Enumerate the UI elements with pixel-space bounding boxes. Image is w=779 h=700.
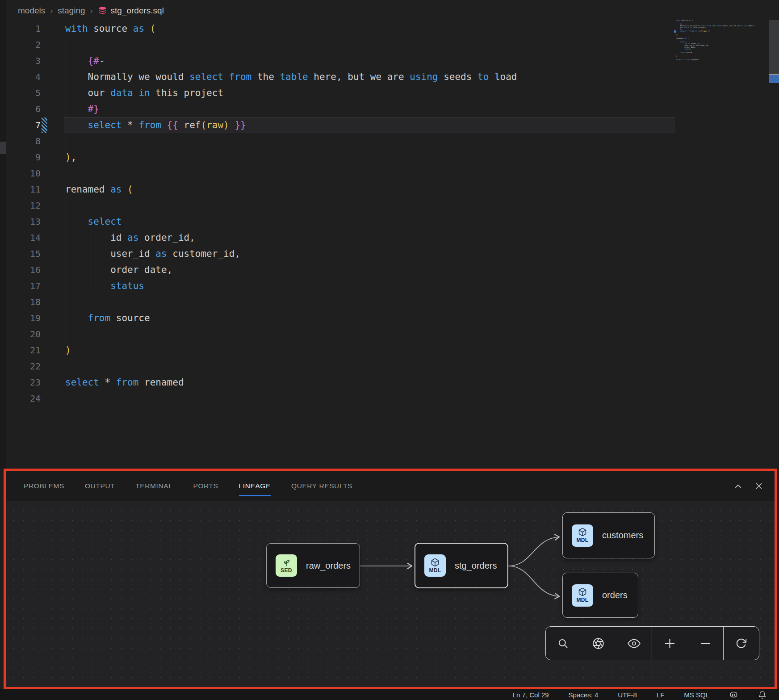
node-label: orders xyxy=(602,590,628,600)
code-line[interactable]: 15 user_id as customer_id, xyxy=(0,246,779,262)
tab-output[interactable]: OUTPUT xyxy=(85,471,115,501)
zoom-out-icon[interactable] xyxy=(695,627,715,660)
cube-icon xyxy=(578,587,587,596)
code-line[interactable]: 4 Normally we would select from the tabl… xyxy=(0,69,779,85)
zoom-in-icon[interactable] xyxy=(660,627,680,660)
panel-close-icon[interactable] xyxy=(755,482,763,490)
breadcrumb-file[interactable]: stg_orders.sql xyxy=(98,6,164,16)
code-text: ), xyxy=(65,149,76,165)
code-text: select * from renamed xyxy=(65,374,184,390)
code-text: status xyxy=(65,278,144,294)
code-text: #} xyxy=(65,101,99,117)
code-text: select xyxy=(65,214,121,230)
line-number: 13 xyxy=(18,214,41,230)
code-line[interactable]: 22 xyxy=(0,358,779,374)
database-file-icon xyxy=(98,6,107,16)
code-line[interactable]: 1with source as ( xyxy=(0,21,779,37)
code-line[interactable]: 16 order_date, xyxy=(0,262,779,278)
code-line[interactable]: 20 xyxy=(0,326,779,342)
code-line[interactable]: 14 id as order_id, xyxy=(0,230,779,246)
node-label: raw_orders xyxy=(306,561,351,571)
line-number: 9 xyxy=(18,149,41,165)
cube-icon xyxy=(431,558,440,567)
status-item[interactable]: UTF-8 xyxy=(618,691,637,699)
code-line[interactable]: 2 xyxy=(0,37,779,53)
minimap[interactable]: with source as ( {#- Normally we would s… xyxy=(676,20,755,63)
search-icon[interactable] xyxy=(553,627,573,660)
code-line[interactable]: 7 select * from {{ ref(raw) }} xyxy=(0,117,779,133)
tab-query-results[interactable]: QUERY RESULTS xyxy=(291,471,352,501)
vscode-window: models › staging › stg_orders.sql 1with … xyxy=(0,0,779,700)
lineage-node-raw-orders[interactable]: SED raw_orders xyxy=(266,543,360,588)
code-line[interactable]: 3 {#- xyxy=(0,53,779,69)
code-line[interactable]: 17 status xyxy=(0,278,779,294)
tab-problems[interactable]: PROBLEMS xyxy=(24,471,64,501)
lineage-canvas[interactable]: SED raw_orders MDL stg_orders xyxy=(6,501,775,687)
status-item[interactable]: LF xyxy=(657,691,665,699)
code-line[interactable]: 10 xyxy=(0,165,779,181)
status-item[interactable]: Spaces: 4 xyxy=(569,691,599,699)
code-text: our data in this project xyxy=(65,85,223,101)
copilot-icon[interactable] xyxy=(729,690,738,700)
minimap-line xyxy=(676,61,755,63)
line-number: 17 xyxy=(18,278,41,294)
line-number: 11 xyxy=(18,181,41,197)
lineage-node-customers[interactable]: MDL customers xyxy=(562,512,655,558)
code-line[interactable]: 11renamed as ( xyxy=(0,181,779,197)
line-number: 6 xyxy=(18,101,41,117)
code-text: renamed as ( xyxy=(65,181,133,197)
edge-stg-to-customers xyxy=(508,537,559,566)
node-label: customers xyxy=(602,530,643,541)
line-number: 4 xyxy=(18,69,41,85)
seed-badge: SED xyxy=(276,554,297,577)
model-badge: MDL xyxy=(572,584,593,607)
status-item[interactable]: Ln 7, Col 29 xyxy=(513,691,549,699)
code-text: {#- xyxy=(65,53,105,69)
seedling-icon xyxy=(282,558,291,567)
line-number: 21 xyxy=(18,342,41,358)
refresh-icon[interactable] xyxy=(732,627,751,660)
tab-ports[interactable]: PORTS xyxy=(193,471,218,501)
tab-lineage[interactable]: LINEAGE xyxy=(239,471,271,501)
breadcrumb-separator: › xyxy=(90,6,93,16)
code-line[interactable]: 5 our data in this project xyxy=(0,85,779,101)
breadcrumb-staging[interactable]: staging xyxy=(58,6,85,16)
code-text: user_id as customer_id, xyxy=(65,246,240,262)
code-line[interactable]: 23select * from renamed xyxy=(0,374,779,390)
code-text: select * from {{ ref(raw) }} xyxy=(65,117,246,133)
status-item[interactable]: MS SQL xyxy=(684,691,709,699)
lineage-node-stg-orders[interactable]: MDL stg_orders xyxy=(415,543,508,588)
annotation-highlight: PROBLEMSOUTPUTTERMINALPORTSLINEAGEQUERY … xyxy=(4,469,777,689)
code-line[interactable]: 8 xyxy=(0,133,779,149)
code-line[interactable]: 18 xyxy=(0,294,779,310)
eye-icon[interactable] xyxy=(624,627,644,660)
node-label: stg_orders xyxy=(455,561,497,571)
code-line[interactable]: 13 select xyxy=(0,214,779,230)
line-number: 20 xyxy=(18,326,41,342)
code-line[interactable]: 19 from source xyxy=(0,310,779,326)
code-line[interactable]: 9), xyxy=(0,149,779,165)
line-number: 10 xyxy=(18,165,41,181)
aperture-icon[interactable] xyxy=(588,627,608,660)
code-line[interactable]: 24 xyxy=(0,390,779,407)
panel-tabbar: PROBLEMSOUTPUTTERMINALPORTSLINEAGEQUERY … xyxy=(6,471,775,501)
line-number: 15 xyxy=(18,246,41,262)
line-number: 5 xyxy=(18,85,41,101)
lineage-node-orders[interactable]: MDL orders xyxy=(562,573,638,618)
bell-icon[interactable] xyxy=(758,691,766,699)
line-number: 8 xyxy=(18,133,41,149)
code-line[interactable]: 12 xyxy=(0,197,779,214)
line-number: 16 xyxy=(18,262,41,278)
line-number: 18 xyxy=(18,294,41,310)
breadcrumb-models[interactable]: models xyxy=(18,6,45,16)
tab-terminal[interactable]: TERMINAL xyxy=(135,471,172,501)
code-text: id as order_id, xyxy=(65,230,195,246)
code-line[interactable]: 21) xyxy=(0,342,779,358)
panel-maximize-icon[interactable] xyxy=(734,482,742,490)
code-text: order_date, xyxy=(65,262,172,278)
code-editor[interactable]: 1with source as (23 {#-4 Normally we wou… xyxy=(0,21,779,407)
model-badge: MDL xyxy=(572,524,593,547)
code-text: ) xyxy=(65,342,71,358)
code-line[interactable]: 6 #} xyxy=(0,101,779,117)
line-number: 7 xyxy=(18,117,41,133)
